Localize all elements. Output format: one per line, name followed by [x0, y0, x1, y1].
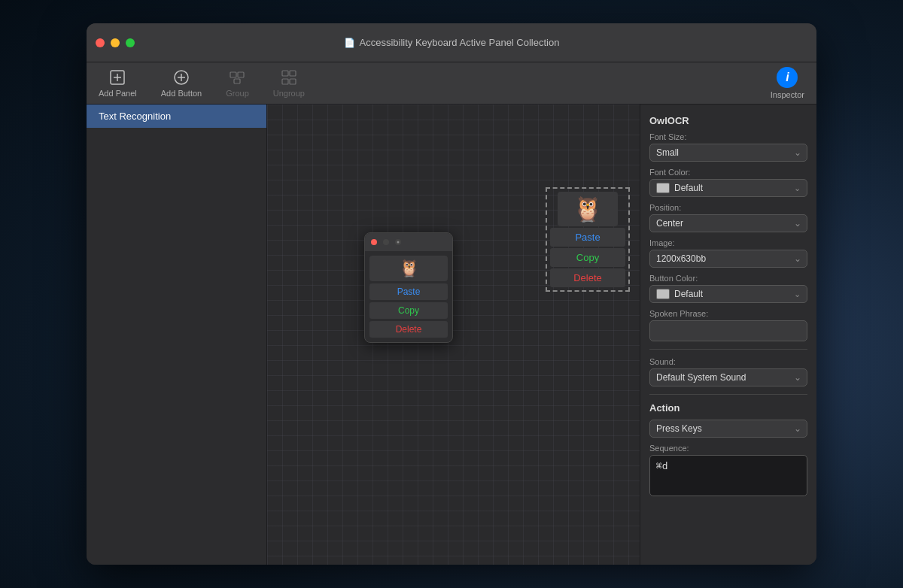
canvas-button-container: 🦉 Paste Copy Delete — [546, 187, 630, 292]
group-label: Group — [226, 89, 249, 98]
ungroup-button: Ungroup — [273, 68, 305, 98]
sequence-row: Sequence: ⌘d — [649, 444, 807, 499]
font-size-row: Font Size: Small — [649, 132, 807, 162]
preview-delete-button[interactable]: Delete — [369, 321, 448, 338]
font-color-value: Default — [674, 183, 789, 193]
maximize-button[interactable] — [126, 38, 135, 47]
sound-label: Sound: — [649, 357, 807, 366]
ungroup-icon — [280, 68, 298, 86]
button-color-label: Button Color: — [649, 274, 807, 283]
canvas-button-selected: 🦉 Paste Copy Delete — [546, 187, 630, 292]
font-size-label: Font Size: — [649, 132, 807, 141]
add-panel-icon — [108, 68, 126, 86]
svg-rect-11 — [282, 79, 288, 84]
sequence-input[interactable]: ⌘d — [649, 455, 807, 496]
position-row: Position: Center — [649, 203, 807, 232]
main-content: Text Recognition 🦉 Paste Copy Delete — [87, 105, 816, 565]
svg-point-13 — [397, 241, 400, 244]
preview-titlebar — [365, 233, 452, 251]
inspector-button[interactable]: i Inspector — [771, 67, 804, 99]
image-select-wrapper: 1200x630bb — [649, 250, 807, 268]
canvas-copy-button[interactable]: Copy — [550, 248, 625, 267]
spoken-phrase-input[interactable] — [649, 320, 807, 341]
svg-rect-6 — [230, 72, 236, 77]
sidebar: Text Recognition — [87, 105, 267, 565]
spoken-phrase-row: Spoken Phrase: — [649, 309, 807, 341]
font-size-select-wrapper: Small — [649, 144, 807, 162]
sound-select-wrapper: Default System Sound — [649, 368, 807, 386]
traffic-lights — [96, 38, 135, 47]
minimize-button[interactable] — [111, 38, 120, 47]
font-color-row: Font Color: Default ⌄ — [649, 168, 807, 197]
svg-rect-8 — [234, 79, 240, 83]
canvas-delete-button[interactable]: Delete — [550, 268, 625, 287]
title-bar: 📄 Accessibility Keyboard Active Panel Co… — [87, 23, 816, 62]
font-color-select[interactable]: Default ⌄ — [649, 179, 807, 197]
action-row: Press Keys — [649, 420, 807, 438]
inspector-label: Inspector — [771, 90, 804, 99]
title-label: Accessibility Keyboard Active Panel Coll… — [360, 37, 560, 48]
window-title: 📄 Accessibility Keyboard Active Panel Co… — [344, 37, 560, 48]
svg-rect-12 — [290, 79, 296, 84]
divider-2 — [649, 394, 807, 395]
sidebar-item-text-recognition[interactable]: Text Recognition — [87, 105, 266, 128]
action-select[interactable]: Press Keys — [649, 420, 807, 438]
canvas-button-emoji: 🦉 — [558, 192, 618, 226]
font-color-chevron: ⌄ — [794, 183, 801, 193]
add-button-label: Add Button — [161, 89, 202, 98]
add-panel-label: Add Panel — [99, 89, 137, 98]
image-select[interactable]: 1200x630bb — [649, 250, 807, 268]
preview-gear-dot — [395, 239, 401, 245]
action-title: Action — [649, 402, 807, 414]
toolbar: Add Panel Add Button Group — [87, 62, 816, 105]
divider-1 — [649, 349, 807, 350]
svg-rect-10 — [290, 71, 296, 76]
add-panel-button[interactable]: Add Panel — [99, 68, 137, 98]
button-color-chevron: ⌄ — [794, 289, 801, 299]
button-color-row: Button Color: Default ⌄ — [649, 274, 807, 303]
button-color-swatch — [656, 289, 670, 299]
image-row: Image: 1200x630bb — [649, 238, 807, 268]
image-label: Image: — [649, 238, 807, 247]
position-select[interactable]: Center — [649, 214, 807, 232]
position-select-wrapper: Center — [649, 214, 807, 232]
position-label: Position: — [649, 203, 807, 212]
action-section: Action Press Keys Sequence: ⌘d — [649, 402, 807, 499]
canvas-area[interactable]: 🦉 Paste Copy Delete — [267, 105, 640, 565]
preview-min-dot — [383, 239, 389, 245]
preview-close-dot[interactable] — [371, 239, 377, 245]
sound-row: Sound: Default System Sound — [649, 357, 807, 386]
inspector-icon: i — [777, 67, 798, 88]
font-size-select[interactable]: Small — [649, 144, 807, 162]
group-button: Group — [226, 68, 249, 98]
preview-emoji: 🦉 — [369, 256, 448, 281]
button-color-value: Default — [674, 289, 789, 299]
button-color-select[interactable]: Default ⌄ — [649, 285, 807, 303]
canvas-paste-button[interactable]: Paste — [550, 228, 625, 247]
preview-popup: 🦉 Paste Copy Delete — [364, 232, 453, 343]
action-select-wrapper: Press Keys — [649, 420, 807, 438]
app-window: 📄 Accessibility Keyboard Active Panel Co… — [87, 23, 816, 565]
inspector-section-title: OwlOCR — [649, 115, 807, 126]
sidebar-item-label: Text Recognition — [99, 111, 171, 122]
spoken-phrase-label: Spoken Phrase: — [649, 309, 807, 318]
add-button-icon — [172, 68, 190, 86]
svg-rect-9 — [282, 71, 288, 76]
close-button[interactable] — [96, 38, 105, 47]
group-icon — [228, 68, 246, 86]
inspector-panel: OwlOCR Font Size: Small Font Color: Defa… — [640, 105, 816, 565]
preview-copy-button[interactable]: Copy — [369, 302, 448, 319]
font-color-label: Font Color: — [649, 168, 807, 177]
sequence-label: Sequence: — [649, 444, 807, 453]
preview-content: 🦉 Paste Copy Delete — [365, 251, 452, 342]
doc-icon: 📄 — [344, 38, 355, 48]
sound-select[interactable]: Default System Sound — [649, 368, 807, 386]
add-button-button[interactable]: Add Button — [161, 68, 202, 98]
svg-rect-7 — [238, 72, 244, 77]
font-color-swatch — [656, 183, 670, 193]
ungroup-label: Ungroup — [273, 89, 305, 98]
preview-paste-button[interactable]: Paste — [369, 283, 448, 300]
